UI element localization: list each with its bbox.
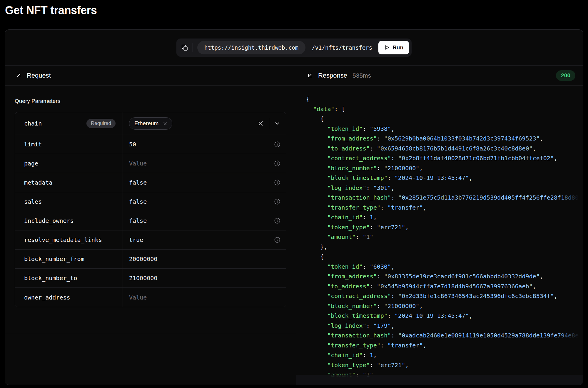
code-line: "block_timestamp": "2024-10-19 13:45:47"… — [306, 173, 583, 183]
chain-chip-label: Ethereum — [134, 120, 158, 127]
param-value-cell[interactable]: Value — [123, 288, 286, 307]
code-line: "contract_address": "0x2d33bfe1c86734654… — [306, 291, 583, 301]
param-value-cell[interactable]: false — [123, 173, 286, 192]
chain-chip[interactable]: Ethereum — [129, 117, 172, 130]
param-row: page Value — [15, 154, 286, 173]
param-row: limit 50 — [15, 135, 286, 154]
code-line: "block_number": "21000000", — [306, 163, 583, 173]
info-icon[interactable] — [274, 141, 280, 148]
query-parameters-section: Query Parameters chain Required Ethereum — [5, 86, 296, 333]
select-divider — [269, 118, 269, 129]
run-button-label: Run — [392, 44, 403, 51]
info-icon[interactable] — [274, 237, 280, 243]
copy-url-button[interactable] — [181, 44, 188, 51]
param-name-cell: sales — [15, 192, 123, 211]
info-wrap — [274, 179, 280, 186]
param-value-cell[interactable]: 50 — [123, 135, 286, 154]
code-line: "log_index": "301", — [306, 183, 583, 193]
param-value-cell[interactable]: Value — [123, 154, 286, 173]
param-row: sales false — [15, 192, 286, 211]
horizontal-scrollbar[interactable] — [296, 375, 583, 385]
param-name-cell: page — [15, 154, 123, 173]
param-name-cell: chain Required — [15, 112, 123, 135]
playground-panel: https://insight.thirdweb.com /v1/nfts/tr… — [5, 29, 583, 385]
param-name-cell: owner_address — [15, 288, 123, 307]
info-icon[interactable] — [274, 218, 280, 224]
code-line: "amount": "1" — [306, 232, 583, 242]
code-line: "to_address": "0x545b95944cffa7e7d18d4b9… — [306, 282, 583, 292]
clear-selection-icon[interactable] — [257, 120, 264, 127]
param-value-cell[interactable]: Ethereum — [123, 112, 286, 135]
info-wrap — [274, 141, 280, 148]
status-badge: 200 — [556, 70, 575, 81]
code-line: "transfer_type": "transfer", — [306, 203, 583, 213]
info-wrap — [274, 237, 280, 243]
code-line: "block_number": "21000000", — [306, 301, 583, 311]
code-line: { — [306, 114, 583, 124]
param-value-input[interactable]: 20000000 — [129, 255, 157, 262]
code-line: { — [306, 94, 583, 104]
param-value-input[interactable]: Value — [129, 160, 147, 167]
param-name: include_owners — [24, 217, 74, 224]
chip-remove-icon[interactable] — [163, 121, 168, 126]
param-value-input[interactable]: false — [129, 179, 147, 186]
code-line: "log_index": "179", — [306, 321, 583, 331]
param-value-input[interactable]: Value — [129, 294, 147, 301]
param-name-cell: block_number_from — [15, 250, 123, 268]
param-value-input[interactable]: false — [129, 217, 147, 224]
request-pane: Request Query Parameters chain Required … — [5, 66, 296, 385]
param-value-input[interactable]: 21000000 — [129, 275, 157, 282]
chevron-down-icon[interactable] — [274, 120, 280, 127]
param-name: owner_address — [24, 294, 70, 301]
param-value-cell[interactable]: true — [123, 230, 286, 249]
param-name: page — [24, 160, 38, 167]
response-header-label: Response — [318, 72, 347, 79]
copy-icon — [181, 44, 188, 51]
param-row: block_number_to 21000000 — [15, 269, 286, 288]
param-name: chain — [24, 120, 42, 127]
info-wrap — [274, 198, 280, 205]
info-icon[interactable] — [274, 198, 280, 205]
code-line: "contract_address": "0x2b8ff41daf40028d7… — [306, 153, 583, 163]
param-value-cell[interactable]: false — [123, 211, 286, 230]
param-value-cell[interactable]: 20000000 — [123, 250, 286, 268]
param-value-input[interactable]: true — [129, 236, 143, 243]
code-line: "to_address": "0x6594658cb8176b5b1d4491c… — [306, 144, 583, 154]
arrow-down-left-icon — [306, 72, 313, 79]
request-header-label: Request — [27, 72, 51, 79]
param-value-input[interactable]: false — [129, 198, 147, 205]
param-name: block_number_from — [24, 255, 84, 262]
code-line: "transfer_type": "transfer", — [306, 341, 583, 351]
param-value-cell[interactable]: false — [123, 192, 286, 211]
response-duration: 535ms — [353, 72, 371, 79]
info-wrap — [274, 218, 280, 224]
topbar: https://insight.thirdweb.com /v1/nfts/tr… — [5, 30, 583, 66]
param-row: metadata false — [15, 173, 286, 192]
params-table: chain Required Ethereum — [15, 112, 286, 307]
code-line: "token_type": "erc721", — [306, 360, 583, 370]
code-line: "transaction_hash": "0xadcab2460e1e08914… — [306, 331, 583, 341]
info-icon[interactable] — [274, 179, 280, 186]
code-line: "transaction_hash": "0x2851e75c5d11a3b77… — [306, 193, 583, 203]
urlbar-divider — [193, 43, 193, 52]
run-button[interactable]: Run — [378, 41, 409, 54]
info-icon[interactable] — [274, 160, 280, 167]
response-pane: Response 535ms 200 { "data": [ { "token_… — [296, 66, 583, 385]
param-row: chain Required Ethereum — [15, 112, 286, 135]
play-icon — [384, 45, 390, 50]
base-url-field[interactable]: https://insight.thirdweb.com — [197, 41, 305, 54]
param-row: resolve_metadata_links true — [15, 230, 286, 250]
param-value-input[interactable]: 50 — [129, 141, 136, 148]
param-name: block_number_to — [24, 275, 77, 282]
code-line: { — [306, 252, 583, 262]
response-header: Response 535ms 200 — [296, 66, 583, 86]
required-badge: Required — [86, 119, 116, 128]
code-line: "from_address": "0x5629b0ba0064b1033f034… — [306, 134, 583, 144]
param-row: block_number_from 20000000 — [15, 250, 286, 269]
query-parameters-title: Query Parameters — [15, 98, 286, 104]
param-value-cell[interactable]: 21000000 — [123, 269, 286, 287]
code-line: "chain_id": 1, — [306, 213, 583, 223]
arrow-up-right-icon — [15, 72, 22, 79]
param-row: owner_address Value — [15, 288, 286, 307]
code-line: "from_address": "0x83355de19ce3cacd6f981… — [306, 272, 583, 282]
